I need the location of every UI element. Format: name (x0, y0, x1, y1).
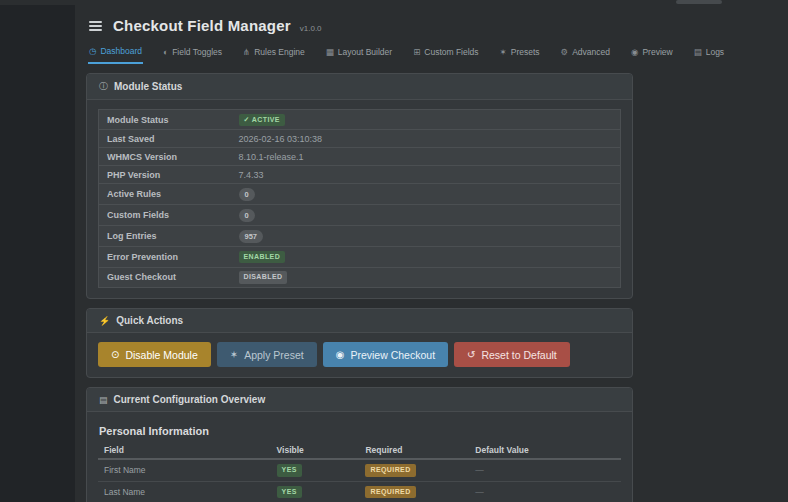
layout-icon: ▦ (326, 47, 334, 57)
module-status-panel-header: ⓘ Module Status (87, 74, 632, 100)
module-status-panel: ⓘ Module Status Module Status✓ ACTIVELas… (86, 73, 633, 299)
file-icon: ▤ (694, 47, 702, 57)
dashboard-icon: ◷ (89, 46, 96, 56)
nav-tab-label: Dashboard (100, 46, 142, 56)
status-label: PHP Version (99, 166, 231, 184)
status-row: Custom Fields0 (99, 205, 621, 226)
default-value: — (475, 465, 484, 475)
nav-tab-label: Logs (706, 47, 724, 57)
cogs-icon: ⚙ (561, 47, 569, 57)
nav-tab-label: Custom Fields (424, 47, 478, 57)
eye-icon: ◉ (631, 47, 638, 57)
nav-tab-label: Preview (642, 47, 672, 57)
sitemap-icon: ⋔ (243, 47, 250, 57)
status-table-body: Module Status✓ ACTIVELast Saved2026-02-1… (99, 110, 621, 288)
config-overview-panel-header: ▤ Current Configuration Overview (87, 388, 632, 412)
nav-tab-field-toggles[interactable]: ◐Field Toggles (162, 43, 223, 64)
info-circle-icon: ⓘ (99, 80, 108, 93)
status-badge: ENABLED (239, 251, 286, 263)
config-overview-panel-title: Current Configuration Overview (114, 394, 266, 405)
config-header-row: FieldVisibleRequiredDefault Value (98, 442, 621, 459)
power-icon: ⊙ (111, 349, 119, 360)
config-sections: Personal InformationFieldVisibleRequired… (87, 412, 632, 502)
visible-badge: YES (277, 486, 302, 498)
status-label: Last Saved (99, 130, 231, 148)
column-header: Visible (271, 442, 360, 459)
button-label: Disable Module (125, 349, 197, 361)
status-value: 7.4.33 (239, 170, 264, 180)
section-title: Personal Information (99, 425, 621, 437)
reset-to-default-button[interactable]: ↺Reset to Default (454, 342, 570, 367)
count-badge: 0 (239, 209, 255, 222)
table-row: Last NameYESREQUIRED— (98, 481, 621, 502)
preview-checkout-button[interactable]: ◉Preview Checkout (323, 342, 448, 367)
table-row: First NameYESREQUIRED— (98, 459, 621, 481)
disable-module-button[interactable]: ⊙Disable Module (98, 342, 211, 367)
magic-icon: ✶ (230, 349, 238, 360)
config-table: FieldVisibleRequiredDefault ValueFirst N… (98, 442, 621, 502)
undo-icon: ↺ (467, 349, 475, 360)
status-label: Module Status (99, 110, 231, 130)
status-label: Custom Fields (99, 205, 231, 226)
column-header: Field (98, 442, 271, 459)
status-label: Active Rules (99, 184, 231, 205)
bolt-icon: ⚡ (99, 316, 110, 326)
count-badge: 0 (239, 188, 255, 201)
status-row: PHP Version7.4.33 (99, 166, 621, 184)
status-row: Module Status✓ ACTIVE (99, 110, 621, 130)
default-value: — (475, 487, 484, 497)
eye-icon: ◉ (336, 349, 345, 360)
column-header: Default Value (469, 442, 621, 459)
magic-icon: ✶ (500, 47, 507, 57)
main-content: Checkout Field Manager v1.0.0 ◷Dashboard… (75, 5, 788, 502)
quick-actions-panel: ⚡ Quick Actions ⊙Disable Module✶Apply Pr… (86, 308, 633, 378)
status-badge: ✓ ACTIVE (239, 114, 285, 126)
status-row: Last Saved2026-02-16 03:10:38 (99, 130, 621, 148)
quick-actions-body: ⊙Disable Module✶Apply Preset◉Preview Che… (87, 333, 632, 377)
status-row: WHMCS Version8.10.1-release.1 (99, 148, 621, 166)
nav-tab-presets[interactable]: ✶Presets (499, 43, 541, 64)
page-title: Checkout Field Manager (113, 17, 291, 34)
nav-tab-rules-engine[interactable]: ⋔Rules Engine (242, 43, 306, 64)
nav-tabs: ◷Dashboard◐Field Toggles⋔Rules Engine▦La… (88, 43, 788, 64)
status-label: Log Entries (99, 226, 231, 247)
status-row: Guest CheckoutDISABLED (99, 267, 621, 287)
nav-tab-dashboard[interactable]: ◷Dashboard (88, 43, 143, 64)
status-label: Guest Checkout (99, 267, 231, 287)
status-value: 8.10.1-release.1 (239, 152, 304, 162)
required-badge: REQUIRED (365, 464, 415, 476)
nav-tab-label: Layout Builder (338, 47, 392, 57)
status-row: Log Entries957 (99, 226, 621, 247)
status-label: Error Prevention (99, 247, 231, 267)
column-header: Required (359, 442, 469, 459)
nav-tab-label: Rules Engine (254, 47, 305, 57)
module-status-table: Module Status✓ ACTIVELast Saved2026-02-1… (98, 109, 621, 288)
quick-actions-panel-title: Quick Actions (116, 315, 183, 326)
toggle-icon: ◐ (163, 47, 168, 57)
menu-icon[interactable] (87, 19, 104, 33)
status-row: Error PreventionENABLED (99, 247, 621, 267)
visible-badge: YES (277, 464, 302, 476)
required-badge: REQUIRED (365, 486, 415, 498)
status-row: Active Rules0 (99, 184, 621, 205)
horizontal-scrollbar (0, 0, 788, 5)
nav-tab-layout-builder[interactable]: ▦Layout Builder (325, 43, 393, 64)
count-badge: 957 (239, 230, 264, 243)
module-status-panel-title: Module Status (114, 81, 182, 92)
clipboard-icon: ▤ (99, 395, 108, 405)
button-label: Reset to Default (481, 349, 556, 361)
nav-tab-label: Field Toggles (172, 47, 222, 57)
config-overview-panel: ▤ Current Configuration Overview Persona… (86, 387, 633, 502)
apply-preset-button[interactable]: ✶Apply Preset (217, 342, 317, 367)
app-header: Checkout Field Manager v1.0.0 (86, 13, 788, 36)
nav-tab-advanced[interactable]: ⚙Advanced (560, 43, 611, 64)
scrollbar-thumb[interactable] (676, 0, 722, 4)
status-badge: DISABLED (239, 271, 288, 283)
nav-tab-preview[interactable]: ◉Preview (630, 43, 674, 64)
button-label: Preview Checkout (350, 349, 435, 361)
quick-actions-panel-header: ⚡ Quick Actions (87, 309, 632, 333)
nav-tab-custom-fields[interactable]: ⊞Custom Fields (412, 43, 479, 64)
nav-tab-logs[interactable]: ▤Logs (693, 43, 725, 64)
button-label: Apply Preset (244, 349, 304, 361)
version-badge: v1.0.0 (300, 24, 322, 33)
